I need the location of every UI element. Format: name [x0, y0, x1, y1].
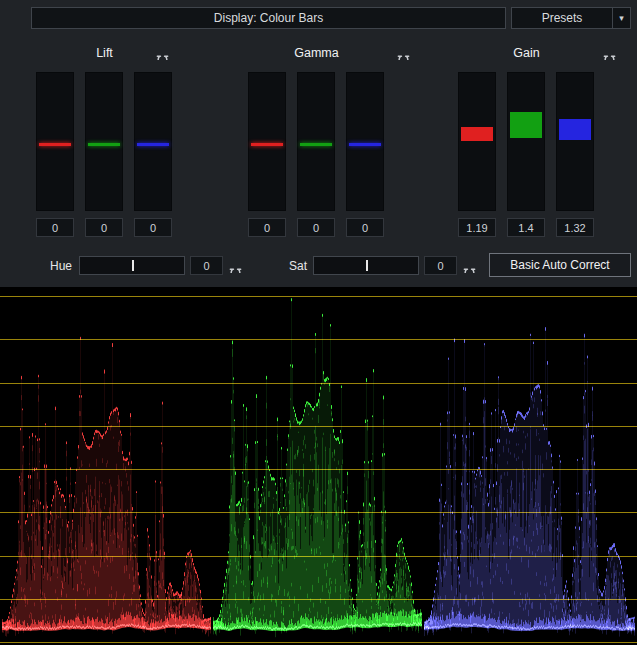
hue-value[interactable]: 0	[190, 256, 223, 275]
sat-label: Sat	[265, 259, 307, 273]
rgb-waveform-scope	[0, 287, 637, 645]
lift-green-value[interactable]: 0	[85, 218, 123, 237]
sat-slider[interactable]	[313, 256, 419, 275]
gain-red-handle[interactable]	[461, 127, 493, 141]
gamma-blue-handle[interactable]	[349, 143, 381, 146]
basic-auto-correct-button[interactable]: Basic Auto Correct	[489, 253, 631, 277]
gain-red-value[interactable]: 1.19	[458, 218, 496, 237]
gamma-red-handle[interactable]	[251, 143, 283, 146]
sat-slider-marker[interactable]	[366, 260, 368, 271]
lift-section-label: Lift	[36, 46, 173, 60]
lift-green-slider[interactable]	[85, 72, 123, 211]
gain-blue-handle[interactable]	[559, 119, 591, 140]
gain-blue-value[interactable]: 1.32	[556, 218, 594, 237]
hue-label: Hue	[30, 259, 72, 273]
gamma-red-value[interactable]: 0	[248, 218, 286, 237]
display-mode-button[interactable]: Display: Colour Bars	[31, 7, 506, 29]
gain-reset-icon[interactable]	[601, 44, 617, 60]
lift-blue-handle[interactable]	[137, 143, 169, 146]
lift-red-value[interactable]: 0	[36, 218, 74, 237]
gamma-red-slider[interactable]	[248, 72, 286, 211]
hue-slider[interactable]	[79, 256, 185, 275]
lift-blue-value[interactable]: 0	[134, 218, 172, 237]
colour-correction-panel: Display: Colour Bars Presets ▾ Lift Gamm…	[0, 0, 637, 645]
lift-red-handle[interactable]	[39, 143, 71, 146]
sat-value[interactable]: 0	[424, 256, 457, 275]
lift-green-handle[interactable]	[88, 143, 120, 146]
presets-label: Presets	[512, 11, 612, 25]
gamma-blue-slider[interactable]	[346, 72, 384, 211]
hue-slider-marker[interactable]	[132, 260, 134, 271]
gain-red-slider[interactable]	[458, 72, 496, 211]
gain-green-value[interactable]: 1.4	[507, 218, 545, 237]
chevron-down-icon[interactable]: ▾	[612, 8, 630, 28]
lift-red-slider[interactable]	[36, 72, 74, 211]
presets-dropdown[interactable]: Presets ▾	[511, 7, 631, 29]
lift-reset-icon[interactable]	[154, 44, 170, 60]
gamma-blue-value[interactable]: 0	[346, 218, 384, 237]
lift-blue-slider[interactable]	[134, 72, 172, 211]
hue-reset-icon[interactable]	[227, 257, 243, 273]
gamma-section-label: Gamma	[248, 46, 385, 60]
gamma-reset-icon[interactable]	[395, 44, 411, 60]
gamma-green-slider[interactable]	[297, 72, 335, 211]
gain-section-label: Gain	[458, 46, 595, 60]
gain-green-handle[interactable]	[510, 112, 542, 138]
gain-green-slider[interactable]	[507, 72, 545, 211]
gamma-green-value[interactable]: 0	[297, 218, 335, 237]
sat-reset-icon[interactable]	[461, 257, 477, 273]
gamma-green-handle[interactable]	[300, 143, 332, 146]
gain-blue-slider[interactable]	[556, 72, 594, 211]
